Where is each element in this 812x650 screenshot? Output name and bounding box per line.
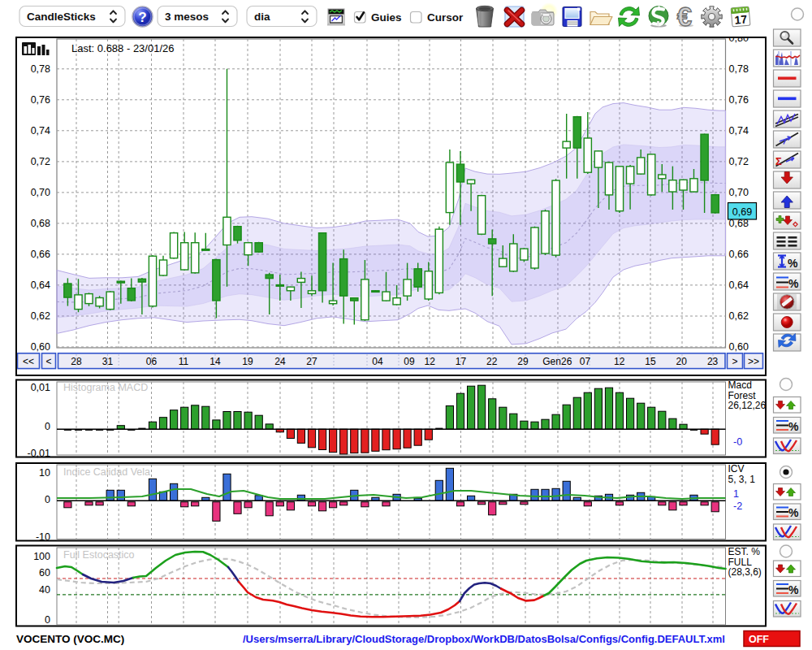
- svg-text:Σ: Σ: [775, 155, 782, 167]
- svg-text:04: 04: [372, 356, 383, 367]
- svg-text:11: 11: [179, 356, 189, 367]
- svg-text:0,78: 0,78: [729, 63, 749, 75]
- svg-text:0,64: 0,64: [729, 280, 749, 291]
- svg-text:12: 12: [614, 356, 625, 367]
- svg-text:€: €: [677, 2, 692, 32]
- svg-text:19: 19: [242, 356, 253, 367]
- svg-text:0,76: 0,76: [31, 94, 50, 106]
- svg-text:28: 28: [71, 356, 82, 367]
- svg-text:20: 20: [676, 356, 688, 367]
- svg-text:?: ?: [138, 10, 146, 25]
- svg-text:/Users/mserra/Library/CloudSto: /Users/mserra/Library/CloudStorage/Dropb…: [243, 633, 725, 645]
- svg-text:Cursor: Cursor: [427, 11, 464, 24]
- svg-text:09: 09: [404, 356, 415, 367]
- svg-text:0,60: 0,60: [729, 341, 749, 353]
- svg-text:17: 17: [734, 12, 748, 26]
- svg-text:-2: -2: [733, 500, 742, 512]
- svg-text:17: 17: [456, 356, 467, 367]
- svg-text:-0,01: -0,01: [28, 448, 51, 459]
- svg-text:0,70: 0,70: [31, 187, 50, 198]
- svg-text:%: %: [788, 277, 799, 290]
- svg-text:12: 12: [425, 356, 436, 367]
- svg-text:Last: 0.688 - 23/01/26: Last: 0.688 - 23/01/26: [71, 42, 174, 54]
- svg-text:31: 31: [102, 356, 114, 367]
- svg-text:%: %: [788, 257, 798, 270]
- svg-text:0,74: 0,74: [729, 125, 749, 136]
- svg-text:0: 0: [45, 614, 50, 626]
- svg-text:OFF: OFF: [749, 634, 769, 645]
- svg-text:%: %: [788, 420, 799, 433]
- svg-text:0,62: 0,62: [31, 310, 50, 322]
- svg-text:VOCENTO (VOC.MC): VOCENTO (VOC.MC): [16, 633, 124, 645]
- svg-text:23: 23: [707, 356, 719, 367]
- svg-text:07: 07: [580, 356, 591, 367]
- svg-text:>: >: [732, 356, 737, 367]
- svg-text:1: 1: [733, 488, 739, 500]
- svg-text:Gen26: Gen26: [542, 356, 572, 367]
- svg-text:10: 10: [39, 467, 50, 479]
- svg-text:0,72: 0,72: [31, 156, 50, 167]
- svg-text:-0: -0: [733, 436, 742, 448]
- svg-text:0,68: 0,68: [31, 218, 50, 229]
- svg-text:dia: dia: [254, 11, 270, 23]
- svg-text:0,62: 0,62: [729, 310, 749, 322]
- svg-text:26,12,26: 26,12,26: [728, 400, 767, 411]
- svg-text:Indice Calidad Vela: Indice Calidad Vela: [63, 466, 150, 478]
- svg-text:<<: <<: [23, 356, 34, 367]
- svg-text:0: 0: [45, 494, 50, 505]
- svg-text:40: 40: [39, 584, 50, 596]
- svg-text:100: 100: [33, 551, 50, 562]
- svg-text:CandleSticks: CandleSticks: [27, 11, 96, 23]
- svg-text:5, 3, 1: 5, 3, 1: [728, 474, 756, 485]
- svg-text:22: 22: [486, 356, 498, 367]
- svg-text:0,74: 0,74: [31, 125, 50, 136]
- svg-text:(28,3,6): (28,3,6): [728, 566, 762, 578]
- svg-text:0,76: 0,76: [729, 94, 749, 106]
- svg-text:0: 0: [45, 421, 50, 432]
- svg-text:0,66: 0,66: [31, 249, 50, 260]
- svg-text:15: 15: [645, 356, 656, 367]
- svg-text:<: <: [45, 356, 51, 367]
- svg-text:24: 24: [274, 356, 286, 367]
- svg-text:0,69: 0,69: [732, 206, 752, 218]
- svg-text:%: %: [788, 583, 799, 596]
- svg-text:Full Estocastico: Full Estocastico: [63, 549, 135, 561]
- svg-text:>>: >>: [748, 356, 759, 367]
- svg-text:27: 27: [306, 356, 317, 367]
- svg-text:0,66: 0,66: [729, 249, 749, 260]
- svg-text:0,78: 0,78: [31, 63, 50, 75]
- svg-text:60: 60: [39, 567, 50, 578]
- svg-text:%: %: [788, 506, 799, 519]
- svg-text:0,01: 0,01: [31, 382, 50, 393]
- svg-text:29: 29: [517, 356, 529, 367]
- svg-text:Guies: Guies: [371, 11, 402, 24]
- svg-text:14: 14: [209, 356, 221, 367]
- svg-text:0,64: 0,64: [31, 280, 50, 291]
- svg-text:Histograma MACD: Histograma MACD: [63, 382, 148, 393]
- svg-text:0,70: 0,70: [729, 187, 749, 198]
- svg-text:0,60: 0,60: [31, 341, 50, 353]
- svg-text:0,72: 0,72: [729, 156, 749, 167]
- svg-text:3 mesos: 3 mesos: [165, 11, 209, 23]
- svg-text:06: 06: [146, 356, 158, 367]
- svg-text:-10: -10: [36, 531, 50, 543]
